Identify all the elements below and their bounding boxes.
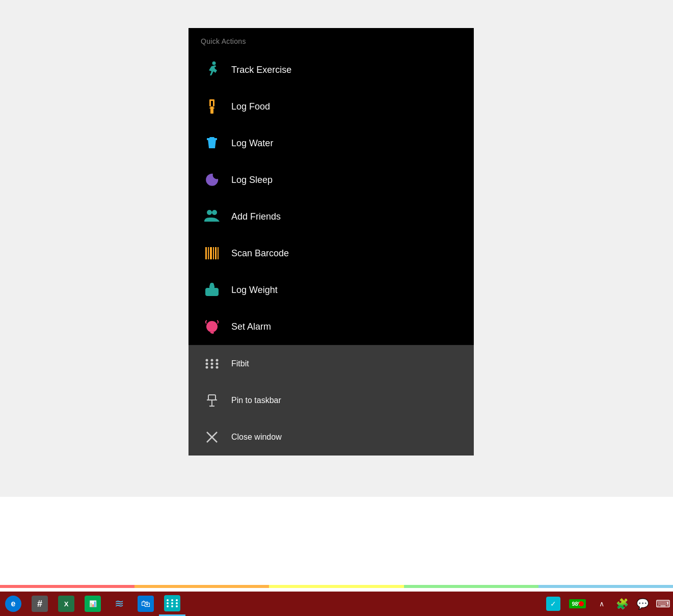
- pin-icon: [201, 389, 223, 412]
- svg-rect-14: [215, 247, 217, 259]
- svg-point-23: [206, 363, 208, 365]
- svg-point-9: [212, 210, 217, 215]
- log-weight-label: Log Weight: [231, 285, 278, 296]
- menu-item-fitbit[interactable]: Fitbit: [189, 345, 474, 382]
- taskbar-item-excel[interactable]: X: [53, 592, 79, 616]
- close-icon: [201, 426, 223, 448]
- food-icon: [201, 95, 223, 118]
- tray-item-chat[interactable]: 💬: [632, 592, 653, 616]
- context-menu: Quick Actions Track Exercise Log Food: [189, 28, 474, 456]
- svg-rect-7: [209, 137, 214, 139]
- menu-item-track-exercise[interactable]: Track Exercise: [189, 51, 474, 88]
- close-window-label: Close window: [231, 433, 282, 442]
- svg-point-18: [210, 283, 214, 287]
- svg-point-20: [206, 359, 208, 362]
- svg-point-0: [212, 62, 216, 65]
- strip-yellow: [269, 585, 403, 588]
- taskbar-item-fitbit[interactable]: [159, 592, 185, 616]
- svg-rect-11: [208, 247, 209, 259]
- friends-icon: [201, 205, 223, 228]
- taskbar: e # X 📊 ≋ 🛍: [0, 592, 673, 616]
- chevron-up-icon: ∧: [599, 600, 604, 608]
- tray-item-battery[interactable]: 98%: [563, 592, 591, 616]
- tray-item-puzzle[interactable]: 🧩: [612, 592, 632, 616]
- svg-point-35: [167, 599, 169, 601]
- svg-point-19: [206, 321, 218, 332]
- svg-point-43: [176, 605, 178, 607]
- quick-actions-header: Quick Actions: [189, 28, 474, 51]
- weight-icon: [201, 279, 223, 301]
- tray-item-chevron[interactable]: ∧: [591, 592, 612, 616]
- svg-rect-3: [209, 99, 214, 101]
- system-tray: ✓ 98% ∧ 🧩 💬 ⌨: [543, 592, 673, 616]
- fitbit-label: Fitbit: [231, 359, 249, 368]
- chat-icon: 💬: [636, 598, 649, 610]
- taskbar-item-ie[interactable]: e: [0, 592, 26, 616]
- svg-point-39: [171, 602, 173, 604]
- log-water-label: Log Water: [231, 138, 273, 149]
- waves-icon: ≋: [111, 596, 127, 612]
- log-food-label: Log Food: [231, 101, 270, 112]
- puzzle-icon: 🧩: [616, 598, 629, 610]
- taskbar-item-hashtag[interactable]: #: [26, 592, 53, 616]
- svg-point-42: [171, 605, 173, 607]
- menu-item-log-food[interactable]: Log Food: [189, 88, 474, 125]
- strip-blue: [539, 585, 673, 588]
- svg-point-26: [206, 366, 208, 369]
- strip-green: [404, 585, 539, 588]
- svg-point-25: [216, 363, 219, 365]
- quick-actions-label: Quick Actions: [201, 37, 246, 45]
- menu-item-close-window[interactable]: Close window: [189, 419, 474, 456]
- excel-icon: X: [58, 596, 74, 612]
- set-alarm-label: Set Alarm: [231, 322, 271, 332]
- svg-point-27: [211, 366, 213, 369]
- menu-item-log-water[interactable]: Log Water: [189, 125, 474, 162]
- bottom-section: Fitbit Pin to taskbar Clos: [189, 345, 474, 456]
- runner-icon: [201, 59, 223, 81]
- log-sleep-label: Log Sleep: [231, 175, 273, 185]
- svg-point-22: [216, 359, 219, 362]
- menu-item-log-sleep[interactable]: Log Sleep: [189, 162, 474, 198]
- svg-point-37: [176, 599, 178, 601]
- menu-item-scan-barcode[interactable]: Scan Barcode: [189, 235, 474, 272]
- tray-item-keyboard[interactable]: ⌨: [653, 592, 673, 616]
- stocks-icon: 📊: [85, 596, 101, 612]
- add-friends-label: Add Friends: [231, 211, 281, 222]
- barcode-icon: [201, 242, 223, 264]
- svg-point-28: [216, 366, 219, 369]
- track-exercise-label: Track Exercise: [231, 65, 291, 75]
- tray-item-task[interactable]: ✓: [543, 592, 563, 616]
- menu-item-add-friends[interactable]: Add Friends: [189, 198, 474, 235]
- notification-badge: [579, 601, 584, 606]
- taskbar-item-store[interactable]: 🛍: [132, 592, 159, 616]
- sleep-icon: [201, 169, 223, 191]
- svg-rect-15: [218, 247, 219, 259]
- water-icon: [201, 132, 223, 154]
- svg-point-21: [211, 359, 213, 362]
- menu-item-log-weight[interactable]: Log Weight: [189, 272, 474, 308]
- svg-rect-5: [209, 108, 214, 109]
- taskbar-item-stocks[interactable]: 📊: [79, 592, 106, 616]
- menu-item-set-alarm[interactable]: Set Alarm: [189, 308, 474, 345]
- svg-rect-13: [213, 247, 214, 259]
- bottom-color-strip: [0, 585, 673, 588]
- fitbit-taskbar-icon: [164, 595, 180, 611]
- svg-rect-10: [205, 247, 207, 259]
- hashtag-icon: #: [32, 596, 48, 612]
- svg-point-38: [167, 602, 169, 604]
- menu-item-pin-taskbar[interactable]: Pin to taskbar: [189, 382, 474, 419]
- scan-barcode-label: Scan Barcode: [231, 248, 289, 259]
- svg-point-8: [207, 210, 212, 215]
- keyboard-icon: ⌨: [656, 598, 670, 610]
- svg-rect-29: [208, 395, 216, 400]
- alarm-icon: [201, 315, 223, 338]
- svg-rect-12: [210, 247, 212, 259]
- strip-orange: [134, 585, 269, 588]
- svg-point-24: [211, 363, 213, 365]
- strip-red: [0, 585, 134, 588]
- taskbar-item-waves[interactable]: ≋: [106, 592, 132, 616]
- battery-icon: 98%: [569, 599, 585, 608]
- store-icon: 🛍: [138, 596, 154, 612]
- svg-point-40: [176, 602, 178, 604]
- svg-point-41: [167, 605, 169, 607]
